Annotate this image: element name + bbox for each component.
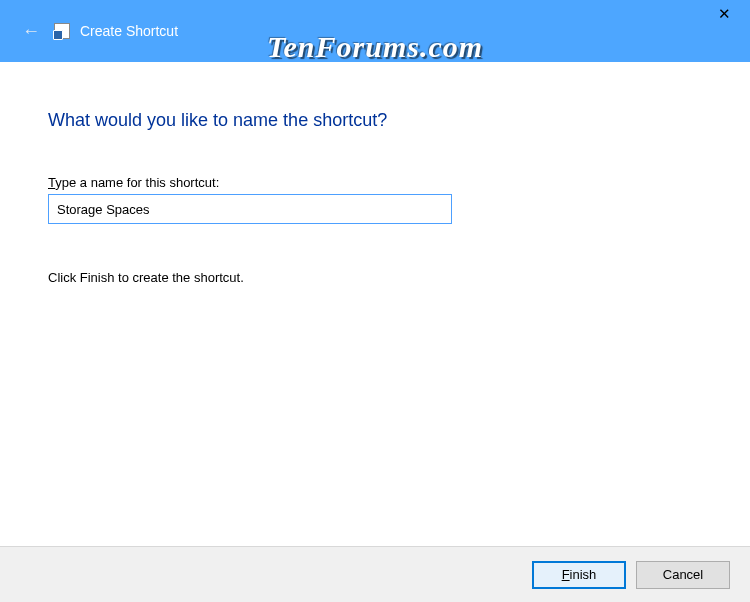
instruction-text: Click Finish to create the shortcut. (48, 270, 702, 285)
name-field-label: Type a name for this shortcut: (48, 175, 702, 190)
page-heading: What would you like to name the shortcut… (48, 110, 702, 131)
watermark-text: TenForums.com (267, 30, 483, 64)
shortcut-name-input[interactable] (48, 194, 452, 224)
finish-button[interactable]: Finish (532, 561, 626, 589)
close-icon[interactable]: ✕ (714, 6, 734, 26)
shortcut-icon (54, 23, 70, 39)
dialog-footer: Finish Cancel (0, 546, 750, 602)
cancel-button[interactable]: Cancel (636, 561, 730, 589)
window-title: Create Shortcut (80, 23, 178, 39)
back-arrow-icon[interactable]: ← (22, 22, 40, 40)
wizard-content: What would you like to name the shortcut… (0, 62, 750, 285)
